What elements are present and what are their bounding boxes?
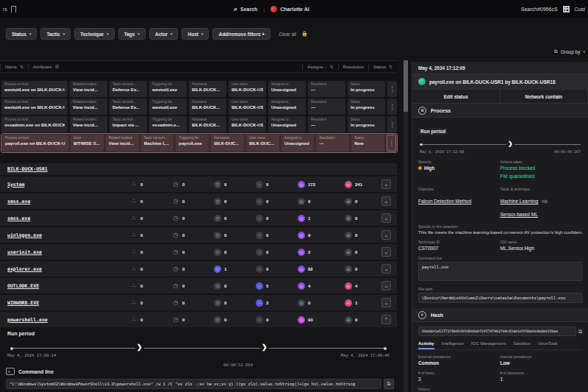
expand-row-button[interactable]: ⌄: [381, 264, 391, 274]
bookmark-icon[interactable]: [11, 6, 16, 13]
process-name-link[interactable]: userinit.exe: [7, 249, 130, 255]
scrollbar[interactable]: [404, 60, 408, 392]
tactic-link[interactable]: Machine Learning: [501, 199, 539, 204]
command-line-value[interactable]: "C:\Windows\System32\WindowsPowerShell\v…: [6, 379, 381, 389]
sort-icon[interactable]: ⇅: [389, 64, 392, 69]
gear-icon[interactable]: ⚙: [54, 64, 59, 70]
circ-count-badge[interactable]: ◎0: [298, 198, 345, 205]
tab-virustotal[interactable]: VirusTotal: [538, 341, 557, 349]
sort-icon[interactable]: ⇅: [330, 64, 334, 69]
tree-count-badge[interactable]: ∴0: [130, 181, 172, 188]
process-section-header[interactable]: ⚙ Process: [412, 104, 588, 118]
tri-count-badge[interactable]: ▽0: [214, 232, 256, 239]
copy-icon[interactable]: ⧉: [578, 329, 582, 335]
process-row[interactable]: smss.exe∴0◷0▽0▫0◎1☠0⌄: [0, 210, 397, 226]
add-remove-filters-button[interactable]: Add/remove filters +: [212, 28, 270, 40]
column-resolution[interactable]: Resolution: [338, 63, 368, 71]
scrollbar-thumb[interactable]: [404, 60, 408, 112]
detection-row[interactable]: Process on hostwevtutil.exe on BILK-DUCK…: [1, 81, 397, 97]
saved-search-label[interactable]: Search#0956cS: [521, 7, 558, 12]
filter-actor[interactable]: Actor▾: [149, 28, 179, 40]
expand-row-button[interactable]: ⌄: [381, 281, 391, 291]
lock-icon[interactable]: 🔒: [301, 31, 308, 37]
circ-count-badge[interactable]: ◎4: [298, 282, 345, 290]
row-menu-button[interactable]: ⋮: [387, 81, 397, 97]
clock-count-badge[interactable]: ◷0: [172, 266, 214, 273]
chip-value[interactable]: View incid...: [73, 123, 104, 127]
clock-count-badge[interactable]: ◷0: [172, 232, 214, 239]
apps-grid-icon[interactable]: [563, 6, 570, 13]
tab-activity[interactable]: Activity: [418, 341, 434, 349]
tree-count-badge[interactable]: ∴0: [130, 249, 172, 256]
circ-count-badge[interactable]: ◎9: [298, 232, 345, 239]
skull-count-badge[interactable]: ☠1: [345, 299, 381, 307]
process-name-link[interactable]: System: [7, 182, 130, 188]
hash-section-header[interactable]: # Hash: [412, 308, 588, 322]
tree-count-badge[interactable]: ∴0: [130, 232, 172, 239]
skull-count-badge[interactable]: ☠4: [345, 282, 381, 290]
expand-row-button[interactable]: ⌄: [381, 213, 391, 223]
clock-count-badge[interactable]: ◷0: [172, 282, 214, 290]
clock-count-badge[interactable]: ◷0: [172, 181, 214, 188]
skull-count-badge[interactable]: ☠0: [345, 215, 381, 222]
detection-row[interactable]: Process on hostvssadmin.exe on BILK-DUCK…: [1, 116, 397, 132]
expand-row-button[interactable]: ⌄: [381, 298, 391, 307]
detection-row[interactable]: Process on hostwevtutil.exe on BILK-DUCK…: [1, 99, 397, 115]
tri-count-badge[interactable]: ▽0: [214, 316, 256, 324]
process-row[interactable]: explorer.exe∴0◷0▽1▫0◎82☠0⌄: [0, 261, 397, 277]
charlotte-ai-button[interactable]: Charlotte AI: [270, 6, 309, 13]
expand-row-button[interactable]: ⌄: [381, 179, 391, 189]
run-period-timeline[interactable]: ❯ ❯ 00:00:32.809: [10, 345, 387, 351]
tri-count-badge[interactable]: ▽0: [214, 282, 256, 290]
timeline-marker-icon[interactable]: ❯: [506, 140, 514, 148]
global-search[interactable]: ⌕ Search: [234, 5, 257, 13]
process-name-link[interactable]: WINWORD.EXE: [7, 300, 130, 306]
expand-row-button[interactable]: ⌄: [381, 196, 391, 206]
process-name-link[interactable]: powershell.exe: [7, 317, 130, 323]
sq-count-badge[interactable]: ▫5: [256, 282, 298, 290]
process-name-link[interactable]: smss.exe: [7, 215, 130, 221]
process-name-link[interactable]: winlogon.exe: [7, 232, 130, 238]
process-row[interactable]: OUTLOOK.EXE∴0◷0▽0▫5◎4☠4⌄: [0, 278, 397, 293]
filter-technique[interactable]: Technique▾: [74, 28, 115, 40]
clock-count-badge[interactable]: ◷0: [172, 198, 214, 205]
clock-count-badge[interactable]: ◷0: [172, 316, 214, 324]
tree-count-badge[interactable]: ∴0: [130, 316, 172, 324]
tab-intelligence[interactable]: Intelligence: [442, 341, 464, 349]
timeline-marker-icon[interactable]: ❯: [135, 343, 144, 352]
skull-count-badge[interactable]: ☠0: [345, 198, 381, 205]
tree-count-badge[interactable]: ∴0: [130, 215, 172, 222]
skull-count-badge[interactable]: ☠0: [345, 249, 381, 256]
detection-row-selected[interactable]: Process on hostpayroll.exe on BILK-DUCK-…: [1, 134, 397, 152]
column-assigned[interactable]: Assigne...⇅: [302, 63, 337, 71]
clear-all-button[interactable]: Clear all: [279, 32, 296, 37]
expand-row-button[interactable]: ⌄: [381, 247, 391, 257]
file-path-value[interactable]: \Device\HarddiskVolume2\Users\natasha\Do…: [418, 293, 582, 303]
host-row[interactable]: BILK-DUCK-USR1: [0, 163, 397, 175]
tree-count-badge[interactable]: ∴0: [130, 282, 172, 290]
clock-count-badge[interactable]: ◷0: [172, 215, 214, 222]
run-period-timeline[interactable]: ❯: [420, 142, 581, 146]
objective-link[interactable]: Falcon Detection Method: [418, 199, 471, 204]
chip-value[interactable]: View incid...: [73, 105, 104, 110]
process-row[interactable]: WINWORD.EXE∴0◷0▽0▫3◎0☠1⌄: [0, 295, 397, 310]
tab-sandbox[interactable]: Sandbox: [513, 341, 531, 349]
skull-count-badge[interactable]: ☠241: [345, 181, 381, 188]
circ-count-badge[interactable]: ◎0: [298, 299, 345, 307]
tree-count-badge[interactable]: ∴0: [130, 266, 172, 273]
column-status[interactable]: Status⇅: [368, 63, 397, 71]
sq-count-badge[interactable]: ▫0: [256, 249, 298, 256]
filter-tags[interactable]: Tags▾: [118, 28, 146, 40]
process-name-link[interactable]: smss.exe: [7, 199, 130, 204]
technique-link[interactable]: Sensor-based ML: [501, 212, 538, 217]
tri-count-badge[interactable]: ▽0: [214, 198, 256, 205]
detection-title-row[interactable]: payroll.exe on BILK-DUCK-USR1 by BILK-DU…: [412, 74, 588, 90]
circ-count-badge[interactable]: ◎1: [298, 215, 345, 222]
process-row[interactable]: smss.exe∴0◷0▽0▫0◎0☠0⌄: [0, 193, 397, 209]
chip-value[interactable]: View incid...: [73, 88, 104, 92]
tri-count-badge[interactable]: ▽0: [214, 249, 256, 256]
chip-value[interactable]: View incid...: [109, 141, 136, 146]
clock-count-badge[interactable]: ◷0: [172, 249, 214, 256]
sq-count-badge[interactable]: ▫0: [256, 232, 298, 239]
process-row[interactable]: powershell.exe∴0◷0▽0▫0◎93☠0⌃: [0, 312, 397, 327]
